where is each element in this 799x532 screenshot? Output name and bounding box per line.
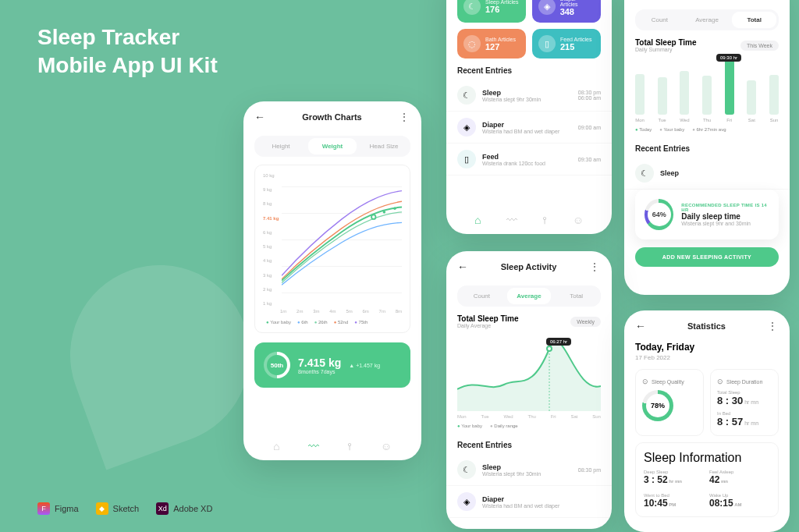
chart-legend: TodayYour baby6hr 27min avg xyxy=(624,122,790,137)
bottle-icon: ▯ xyxy=(457,150,476,168)
hero-title: Sleep Tracker Mobile App UI Kit xyxy=(37,23,218,80)
summary-delta: ▲ +1.457 kg xyxy=(349,363,380,368)
card-feed-articles[interactable]: ▯Feed Articles215 xyxy=(532,29,601,59)
tab-weight[interactable]: Weight xyxy=(308,138,357,154)
back-icon[interactable]: ← xyxy=(457,261,468,273)
recommendation-card: 64% RECOMMENDED SLEEP TIME IS 14 HRDaily… xyxy=(635,190,779,239)
add-activity-button[interactable]: ADD NEW SLEEPING ACTIVITY xyxy=(635,247,779,267)
entry-diaper[interactable]: ◈DiaperWisteria had BM and wet diaper xyxy=(446,486,612,518)
recent-entries-title: Recent Entries xyxy=(446,433,612,454)
summary-card[interactable]: 50th 7.415 kg 8months 7days ▲ +1.457 kg xyxy=(254,342,410,388)
nav-home-icon[interactable]: ⌂ xyxy=(474,214,481,226)
tab-total[interactable]: Total xyxy=(732,12,776,28)
rec-main: Daily sleep time xyxy=(681,212,769,221)
nav-chart-icon[interactable]: 〰 xyxy=(308,440,319,452)
y-axis: 10 kg9 kg8 kg 7.41 kg 6 kg5 kg4 kg 3 kg2… xyxy=(263,173,279,306)
xd-icon: Xd xyxy=(156,502,169,515)
phone-sleep-activity-total: Sleep Activity Count Average Total Total… xyxy=(624,0,790,295)
moon-icon: ☾ xyxy=(463,0,481,15)
nav-home-icon[interactable]: ⌂ xyxy=(273,440,279,452)
sleep-duration-box[interactable]: Sleep Duration Total Sleep 8 : 30 hr mn … xyxy=(710,369,779,436)
more-icon[interactable]: ⋮ xyxy=(767,320,779,332)
tools-row: FFigma ◆Sketch XdAdobe XD xyxy=(37,502,212,515)
entry-sleep[interactable]: ☾SleepWisteria slept 9hr 30min08:30 pm06… xyxy=(446,80,612,112)
bottom-nav: ⌂ 〰 ⫯ ☺ xyxy=(446,214,612,226)
chart-subtitle: Daily Summary xyxy=(635,47,697,52)
box-label: Sleep Information xyxy=(644,451,770,465)
growth-tabs: Height Weight Head Size xyxy=(254,136,410,157)
tool-label: Sketch xyxy=(113,504,140,513)
phone-sleep-activity-average: ← Sleep Activity ⋮ Count Average Total T… xyxy=(446,251,612,529)
rec-tag: RECOMMENDED SLEEP TIME IS 14 HR xyxy=(681,203,769,212)
nav-stats-icon[interactable]: ⫯ xyxy=(347,440,353,452)
back-icon[interactable]: ← xyxy=(635,320,646,332)
recent-entries-title: Recent Entries xyxy=(624,137,790,158)
nav-stats-icon[interactable]: ⫯ xyxy=(542,214,548,226)
entry-diaper[interactable]: ◈DiaperWisteria had BM and wet diaper09:… xyxy=(446,112,612,144)
moon-icon: ☾ xyxy=(457,460,476,479)
background-shape xyxy=(45,240,275,470)
sketch-icon: ◆ xyxy=(96,502,108,515)
svg-point-1 xyxy=(383,211,386,214)
tool-xd: XdAdobe XD xyxy=(156,502,212,515)
growth-chart: 10 kg9 kg8 kg 7.41 kg 6 kg5 kg4 kg 3 kg2… xyxy=(254,165,410,333)
more-icon[interactable]: ⋮ xyxy=(399,111,410,123)
phone-growth-charts: ← Growth Charts ⋮ Height Weight Head Siz… xyxy=(243,101,421,460)
tab-average[interactable]: Average xyxy=(507,288,552,304)
chart-title: Total Sleep Time xyxy=(457,314,519,323)
phone-statistics: ← Statistics ⋮ Today, Friday 17 Feb 2022… xyxy=(624,310,790,532)
svg-point-0 xyxy=(371,215,375,218)
card-sleep-articles[interactable]: ☾Sleep Articles176 xyxy=(457,0,526,23)
more-icon[interactable]: ⋮ xyxy=(589,261,601,273)
article-cards: ☾Sleep Articles176 ◈Diaper Articles348 ◌… xyxy=(446,0,612,59)
tab-count[interactable]: Count xyxy=(460,288,504,304)
date-title: Today, Friday xyxy=(624,342,790,353)
bottom-nav: ⌂ 〰 ⫯ ☺ xyxy=(243,440,421,452)
chart-tooltip: 06:27 hr xyxy=(546,338,571,346)
entry-sleep[interactable]: ☾SleepWisteria slept 9hr 30min08:30 pm xyxy=(446,454,612,486)
tab-height[interactable]: Height xyxy=(257,138,305,154)
svg-point-2 xyxy=(393,207,396,210)
entry-sleep[interactable]: ☾Sleep xyxy=(624,158,790,190)
back-icon[interactable]: ← xyxy=(254,111,265,123)
bath-icon: ◌ xyxy=(463,35,481,52)
diaper-icon: ◈ xyxy=(457,492,476,511)
tool-label: Adobe XD xyxy=(173,504,212,513)
tool-label: Figma xyxy=(55,504,79,513)
phone-parents-guide: First Time Parents Guide ☾Sleep Articles… xyxy=(446,0,612,234)
tab-total[interactable]: Total xyxy=(554,288,598,304)
line-chart: 06:27 hr xyxy=(457,333,601,411)
card-bath-articles[interactable]: ◌Bath Articles127 xyxy=(457,29,526,59)
tab-headsize[interactable]: Head Size xyxy=(360,138,408,154)
chart-legend: Your baby6th26th52nd75th xyxy=(263,320,402,325)
box-label: Sleep Quality xyxy=(642,378,697,385)
diaper-icon: ◈ xyxy=(457,118,476,137)
box-label: Sleep Duration xyxy=(717,378,772,385)
card-diaper-articles[interactable]: ◈Diaper Articles348 xyxy=(532,0,601,23)
nav-chart-icon[interactable]: 〰 xyxy=(506,214,517,226)
tab-average[interactable]: Average xyxy=(685,12,730,28)
bottle-icon: ▯ xyxy=(538,35,556,52)
tab-count[interactable]: Count xyxy=(637,12,682,28)
entry-feed[interactable]: ▯FeedWisteria drank 120cc food09:30 am xyxy=(446,144,612,176)
tool-figma: FFigma xyxy=(37,502,79,515)
nav-profile-icon[interactable]: ☺ xyxy=(573,214,584,226)
period-pill[interactable]: This Week xyxy=(740,41,779,51)
percentile-ring: 50th xyxy=(264,352,290,378)
chart-subtitle: Daily Average xyxy=(457,323,519,328)
sleep-quality-box[interactable]: Sleep Quality 78% xyxy=(635,369,704,436)
diaper-icon: ◈ xyxy=(538,0,556,15)
summary-age: 8months 7days xyxy=(298,369,341,374)
quality-ring: 78% xyxy=(642,390,673,421)
x-axis: 1m2m3m4m5m6m7m8m xyxy=(263,309,402,314)
screen-title: Growth Charts xyxy=(302,112,361,122)
bar-chart: Mon Tue Wed Thu Fri Sat Sun xyxy=(624,52,790,122)
nav-profile-icon[interactable]: ☺ xyxy=(381,440,392,452)
moon-icon: ☾ xyxy=(635,164,654,183)
chart-title: Total Sleep Time xyxy=(635,38,697,47)
chart-tooltip: 09:30 hr xyxy=(716,54,741,62)
moon-icon: ☾ xyxy=(457,86,476,105)
recent-entries-title: Recent Entries xyxy=(446,59,612,80)
figma-icon: F xyxy=(37,502,50,515)
period-pill[interactable]: Weekly xyxy=(570,317,601,327)
